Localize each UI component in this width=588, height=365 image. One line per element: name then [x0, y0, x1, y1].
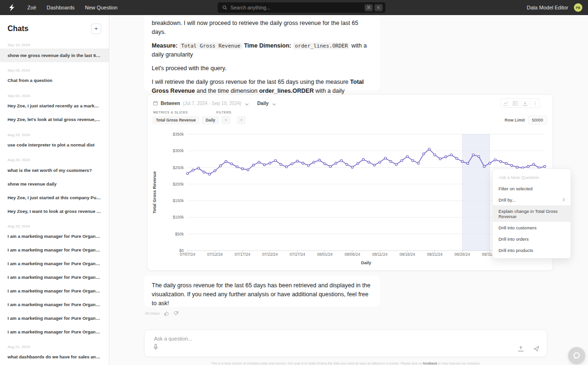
data-point-marker — [373, 164, 376, 166]
top-navbar: Zoë Dashboards New Question Search anyth… — [0, 0, 588, 15]
add-filter-button[interactable]: + — [237, 116, 246, 124]
chat-history-item[interactable]: I am a marketing manager for Pure Organi… — [0, 271, 109, 284]
thumbs-up-icon[interactable] — [164, 311, 169, 316]
data-point-marker — [499, 161, 502, 163]
chat-history-item[interactable]: I am a marketing manager for Pure Organi… — [0, 298, 109, 311]
message-paragraph: breakdown. I will now proceed to retriev… — [152, 19, 372, 37]
data-point-marker — [192, 169, 194, 171]
table-view-icon[interactable] — [510, 99, 520, 107]
chat-history-item[interactable]: use code interpreter to plot a normal di… — [0, 138, 109, 152]
chevron-down-icon[interactable] — [245, 99, 249, 107]
add-metric-button[interactable]: + — [221, 116, 230, 124]
chat-group-date: Sep 10, 2024 — [0, 37, 109, 49]
help-chat-bubble-button[interactable] — [568, 347, 585, 364]
context-menu-item[interactable]: Drill by... — [493, 194, 571, 205]
chat-history-item[interactable]: Hey Zoe, I just started recently as a ma… — [0, 99, 109, 113]
x-tick-label: 07/27/24 — [290, 252, 305, 257]
chat-history-item[interactable]: what is the net worth of my customers? — [0, 163, 109, 177]
data-point-marker — [329, 165, 332, 168]
message-paragraph: The daily gross revenue for the last 65 … — [152, 281, 372, 308]
selected-range-band — [462, 134, 490, 251]
context-menu-item[interactable]: Drill into customers — [493, 222, 571, 233]
data-point-marker — [466, 162, 469, 165]
chat-group-date: Sep 05, 2024 — [0, 62, 109, 74]
assistant-message: The daily gross revenue for the last 65 … — [144, 276, 380, 307]
chat-history-item[interactable]: Hey Zoe, let's look at total gross reven… — [0, 113, 109, 127]
submenu-chevron-icon — [563, 198, 565, 202]
beta-disclaimer: This is a beta version of Zoelytics data… — [144, 362, 547, 365]
message-meta-row: 06:26am — [145, 311, 179, 316]
date-range-value[interactable]: (Jul 7, 2024 - Sep 10, 2024) — [183, 101, 241, 106]
chat-history-item[interactable]: I am a marketing manager for Pure Organi… — [0, 230, 109, 243]
data-point-marker — [220, 165, 222, 167]
date-range-mode[interactable]: Between — [161, 101, 180, 106]
context-menu-item[interactable]: Drill into products — [493, 244, 571, 256]
line-chart-view-icon[interactable] — [501, 99, 510, 107]
metric-chip[interactable]: Daily — [202, 116, 219, 124]
chat-history-item[interactable]: Hey Zoey, I want to look at gross revenu… — [0, 204, 109, 218]
y-tick-label: $300k — [173, 148, 184, 153]
chats-sidebar: Chats + Sep 10, 2024show me gross revenu… — [0, 15, 109, 365]
context-menu-item[interactable]: Explain change in Total Gross Revenue — [493, 205, 571, 222]
new-chat-button[interactable]: + — [91, 24, 101, 34]
data-point-marker — [203, 171, 205, 173]
chat-history-item[interactable]: I am a marketing manager for Pure Organi… — [0, 257, 109, 271]
data-point-marker — [302, 162, 304, 164]
chat-history-item[interactable]: show me revenue daily — [0, 177, 109, 191]
nav-item-new-question[interactable]: New Question — [85, 5, 117, 10]
x-tick-label: 07/22/24 — [262, 252, 278, 257]
context-menu-item[interactable]: Filter on selected — [493, 183, 571, 194]
microphone-icon[interactable] — [153, 344, 158, 352]
context-menu-item[interactable]: Drill into orders — [493, 233, 571, 244]
feedback-link[interactable]: feedback — [423, 362, 437, 365]
row-limit-input[interactable]: 50000 — [528, 116, 547, 124]
data-point-marker — [307, 164, 310, 167]
assistant-message: breakdown. I will now proceed to retriev… — [144, 12, 380, 90]
nav-item-zoe[interactable]: Zoë — [27, 5, 36, 10]
metric-chip[interactable]: Total Gross Revenue — [152, 116, 199, 124]
y-tick-label: $100k — [173, 215, 184, 219]
chat-history-item[interactable]: I am a marketing manager for Pure Organi… — [0, 311, 109, 325]
data-model-editor-link[interactable]: Data Model Editor — [527, 5, 568, 10]
y-tick-label: $200k — [173, 182, 184, 187]
chat-history-item[interactable]: Chat from a question — [0, 74, 109, 88]
user-avatar[interactable]: PB — [574, 3, 582, 12]
more-options-icon[interactable] — [530, 99, 539, 107]
data-point-marker — [253, 164, 255, 166]
thumbs-down-icon[interactable] — [173, 311, 179, 316]
data-point-marker — [230, 163, 233, 165]
data-point-marker — [384, 157, 387, 160]
data-point-marker — [472, 154, 474, 156]
chat-history-item[interactable]: what dashbaords do we have for sales and… — [0, 350, 109, 364]
question-composer[interactable]: Ask a question... — [144, 330, 547, 357]
chat-group-date: Sep 04, 2024 — [0, 88, 109, 99]
granularity-select[interactable]: Daily — [257, 101, 269, 106]
data-point-marker — [280, 163, 282, 166]
chat-history-item[interactable]: Hey Zoe, I just started at this company … — [0, 191, 109, 204]
metrics-slices-label: METRICS & SLICES — [153, 111, 188, 114]
download-icon[interactable] — [520, 99, 530, 107]
chat-history-item[interactable]: I am a marketing manager for Pure Organi… — [0, 243, 109, 257]
app-logo-icon[interactable] — [7, 3, 17, 12]
search-icon — [222, 5, 227, 10]
nav-item-dashboards[interactable]: Dashboards — [47, 5, 74, 10]
data-point-marker — [401, 160, 403, 162]
data-point-marker — [478, 155, 480, 158]
chat-history-item[interactable]: show me gross revenue daily in the last … — [0, 49, 109, 62]
upload-icon[interactable] — [518, 346, 524, 352]
chat-history-item[interactable]: I am a marketing manager for Pure Organi… — [0, 325, 109, 339]
data-point-marker — [225, 161, 227, 163]
chat-main-area: breakdown. I will now proceed to retriev… — [109, 15, 588, 365]
data-point-marker — [428, 148, 431, 151]
measure-label: Measure: — [152, 42, 178, 49]
chat-group-date: Aug 25, 2024 — [0, 218, 109, 230]
search-input[interactable]: Search anything... ⌘ K — [218, 2, 385, 13]
chevron-down-icon[interactable] — [272, 99, 276, 107]
filters-label: FILTERS — [216, 111, 231, 114]
row-limit-label: Row Limit — [505, 118, 525, 122]
data-point-marker — [489, 162, 491, 164]
data-point-marker — [313, 161, 315, 163]
chat-history-item[interactable]: I am a marketing manager for Pure Organi… — [0, 284, 109, 298]
chart-context-menu: Ask a New QuestionFilter on selectedDril… — [492, 169, 571, 259]
send-icon[interactable] — [533, 346, 539, 352]
